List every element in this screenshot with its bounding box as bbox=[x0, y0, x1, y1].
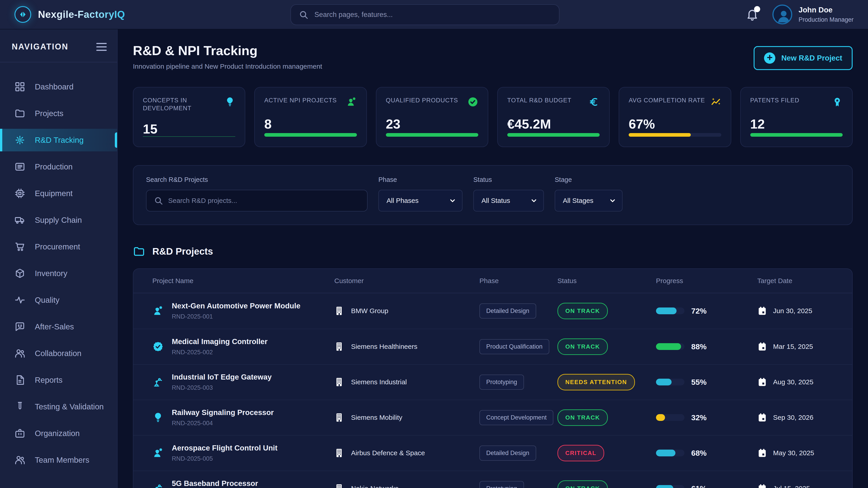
table-row[interactable]: Medical Imaging Controller RND-2025-002 … bbox=[133, 329, 852, 364]
sidebar-item-reports[interactable]: Reports bbox=[0, 369, 117, 391]
kpi-cards: CONCEPTS IN DEVELOPMENT 15 ACTIVE NPI PR… bbox=[133, 87, 852, 147]
engineer-icon bbox=[152, 447, 164, 459]
rnd-spark-icon bbox=[14, 135, 25, 145]
stat-card-value: 15 bbox=[143, 121, 235, 136]
phase-chip: Detailed Design bbox=[479, 303, 536, 319]
notification-unread-dot bbox=[754, 6, 760, 12]
avatar bbox=[772, 4, 792, 24]
progress-percent: 32% bbox=[691, 413, 707, 422]
topbar-right: John Doe Production Manager bbox=[746, 4, 854, 24]
stage-filter-label: Stage bbox=[555, 176, 622, 184]
project-code: RND-2025-005 bbox=[172, 455, 278, 462]
users-icon bbox=[14, 348, 25, 359]
sidebar-item-label: Organization bbox=[35, 429, 80, 438]
status-badge: ON TRACK bbox=[557, 480, 608, 488]
phase-filter-label: Phase bbox=[378, 176, 463, 184]
sidebar-item-inventory[interactable]: Inventory bbox=[0, 262, 117, 285]
sidebar-item-procurement[interactable]: Procurement bbox=[0, 235, 117, 258]
sidebar-item-label: Inventory bbox=[35, 269, 67, 278]
sidebar-item-equipment[interactable]: Equipment bbox=[0, 182, 117, 205]
new-rd-project-button[interactable]: + New R&D Project bbox=[754, 46, 852, 70]
project-name: Aerospace Flight Control Unit bbox=[172, 444, 278, 452]
main-content: R&D & NPI Tracking Innovation pipeline a… bbox=[118, 29, 868, 488]
status-filter-label: Status bbox=[473, 176, 544, 184]
table-row[interactable]: Industrial IoT Edge Gateway RND-2025-003… bbox=[133, 364, 852, 400]
col-progress: Progress bbox=[656, 277, 757, 285]
sidebar-item-collaboration[interactable]: Collaboration bbox=[0, 342, 117, 365]
table-row[interactable]: Aerospace Flight Control Unit RND-2025-0… bbox=[133, 435, 852, 470]
brand-title: Nexgile-FactoryIQ bbox=[38, 9, 125, 20]
sidebar-item-label: Supply Chain bbox=[35, 216, 82, 225]
trend-sparkle-icon bbox=[710, 96, 721, 107]
table-row[interactable]: 5G Baseband Processor RND-2025-006 Nokia… bbox=[133, 470, 852, 488]
sidebar-item-label: Quality bbox=[35, 295, 59, 304]
stage-select[interactable]: All Stages bbox=[555, 190, 622, 212]
status-select[interactable]: All Status bbox=[473, 190, 544, 212]
lightbulb-icon bbox=[224, 96, 235, 107]
robot-arm-icon bbox=[152, 483, 164, 488]
project-name: 5G Baseband Processor bbox=[172, 479, 258, 488]
stat-card-value: 8 bbox=[264, 116, 357, 131]
sidebar-item-organization[interactable]: Organization bbox=[0, 422, 117, 445]
table-row[interactable]: Railway Signaling Processor RND-2025-004… bbox=[133, 400, 852, 435]
target-date: Jun 30, 2025 bbox=[773, 307, 812, 315]
search-projects-label: Search R&D Projects bbox=[146, 176, 368, 184]
building-icon bbox=[334, 306, 345, 316]
user-menu[interactable]: John Doe Production Manager bbox=[772, 4, 854, 24]
hamburger-menu-icon[interactable] bbox=[96, 43, 107, 51]
stat-card-total-r-d-budget: TOTAL R&D BUDGET €45.2M bbox=[497, 87, 610, 147]
project-search-input[interactable] bbox=[146, 190, 368, 212]
sidebar-item-team-members[interactable]: Team Members bbox=[0, 449, 117, 471]
sidebar-item-supply-chain[interactable]: Supply Chain bbox=[0, 209, 117, 231]
table-header: Project Name Customer Phase Status Progr… bbox=[133, 269, 852, 293]
stat-card-active-npi-projects: ACTIVE NPI PROJECTS 8 bbox=[254, 87, 367, 147]
col-customer: Customer bbox=[334, 277, 479, 285]
sidebar-item-quality[interactable]: Quality bbox=[0, 289, 117, 311]
topbar: Nexgile-FactoryIQ John Doe Production Ma… bbox=[0, 0, 868, 29]
logo-diamond-icon bbox=[18, 9, 28, 20]
sidebar-item-dashboard[interactable]: Dashboard bbox=[0, 75, 117, 98]
sidebar-nav: Dashboard Projects R&D Tracking Producti… bbox=[0, 62, 117, 471]
col-project-name: Project Name bbox=[152, 277, 334, 285]
sidebar-item-label: Procurement bbox=[35, 242, 80, 251]
sidebar-item-after-sales[interactable]: After-Sales bbox=[0, 315, 117, 338]
sidebar-item-production[interactable]: Production bbox=[0, 156, 117, 178]
users-icon bbox=[14, 455, 25, 465]
progress-percent: 68% bbox=[691, 449, 707, 457]
sidebar-item-projects[interactable]: Projects bbox=[0, 102, 117, 125]
phase-select[interactable]: All Phases bbox=[378, 190, 463, 212]
sidebar-item-label: Production bbox=[35, 162, 72, 171]
building-icon bbox=[334, 483, 345, 488]
stat-card-qualified-products: QUALIFIED PRODUCTS 23 bbox=[376, 87, 488, 147]
chip-icon bbox=[14, 188, 25, 199]
folder-icon bbox=[133, 246, 145, 258]
progress-fill bbox=[656, 450, 675, 456]
calendar-icon bbox=[757, 377, 767, 387]
sidebar-item-testing-validation[interactable]: Testing & Validation bbox=[0, 395, 117, 418]
sidebar-item-label: Equipment bbox=[35, 189, 72, 198]
calendar-icon bbox=[757, 413, 767, 422]
search-icon bbox=[154, 196, 163, 205]
stat-card-value: 23 bbox=[386, 116, 478, 131]
progress-percent: 61% bbox=[691, 484, 707, 488]
table-row[interactable]: Next-Gen Automotive Power Module RND-202… bbox=[133, 293, 852, 329]
global-search-input[interactable] bbox=[290, 4, 559, 25]
chat-smile-icon bbox=[14, 321, 25, 332]
check-circle-icon bbox=[467, 96, 478, 107]
stat-card-progress-fill bbox=[386, 133, 478, 137]
stat-card-value: 67% bbox=[629, 116, 721, 131]
notification-bell-icon[interactable] bbox=[746, 8, 759, 21]
progress-fill bbox=[656, 485, 673, 488]
sidebar-item-r-d-tracking[interactable]: R&D Tracking bbox=[0, 129, 117, 151]
badge-check-icon bbox=[152, 341, 164, 352]
project-code: RND-2025-004 bbox=[172, 420, 274, 427]
stat-card-progress-fill bbox=[507, 133, 600, 137]
user-name: John Doe bbox=[799, 6, 854, 14]
cart-icon bbox=[14, 241, 25, 252]
sidebar-item-label: Reports bbox=[35, 376, 63, 385]
progress-track bbox=[656, 485, 684, 488]
customer-name: Nokia Networks bbox=[351, 485, 399, 488]
phase-chip: Product Qualification bbox=[479, 339, 549, 354]
progress-percent: 88% bbox=[691, 342, 707, 351]
stat-card-label: PATENTS FILED bbox=[750, 96, 800, 104]
